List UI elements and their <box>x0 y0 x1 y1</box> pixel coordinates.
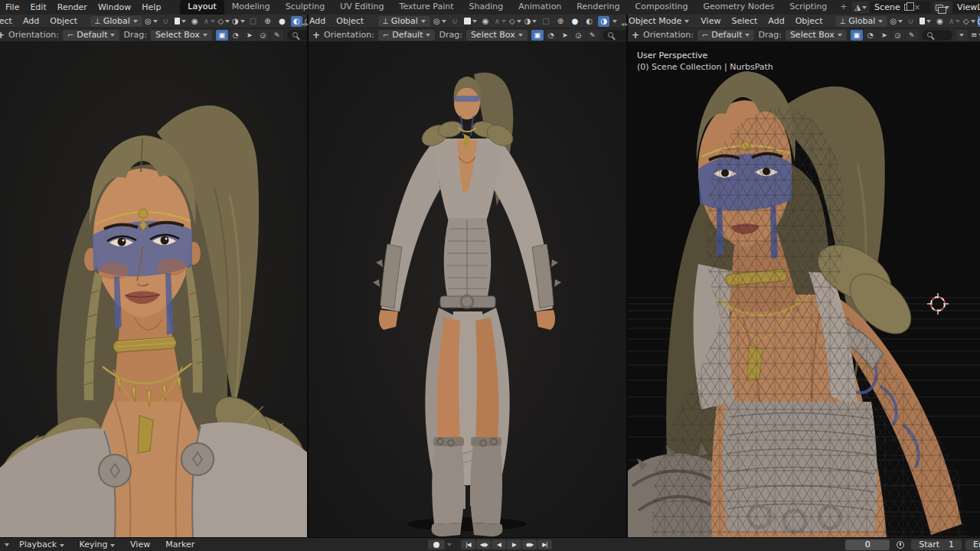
tool-cursor-icon[interactable]: ➤ <box>878 30 890 41</box>
tab-uv-editing[interactable]: UV Editing <box>332 0 391 15</box>
new-scene-icon[interactable] <box>904 4 910 11</box>
menu-window[interactable]: Window <box>93 0 136 15</box>
tool-cursor-icon[interactable]: ➤ <box>559 30 571 41</box>
next-keyframe-button[interactable]: ◆▶ <box>522 540 537 549</box>
tab-rendering[interactable]: Rendering <box>569 0 627 15</box>
overlays-dropdown[interactable]: ◑ <box>233 16 244 27</box>
snap-target-dropdown[interactable] <box>464 16 477 27</box>
snap-target-dropdown[interactable] <box>175 16 186 27</box>
menu-select[interactable]: Select <box>0 16 16 26</box>
tool-select-box-icon[interactable]: ▣ <box>216 30 228 41</box>
jump-to-start-button[interactable]: |◀ <box>461 540 475 549</box>
add-workspace-button[interactable]: + <box>835 0 852 15</box>
editor-type-chevron[interactable] <box>5 543 9 546</box>
tab-shading[interactable]: Shading <box>462 0 511 15</box>
shading-wireframe-button[interactable]: ⊕ <box>554 16 566 27</box>
shading-solid-button[interactable]: ● <box>569 16 580 27</box>
drag-dropdown[interactable]: Select Box <box>786 30 847 41</box>
frame-end-field[interactable]: End <box>965 540 980 550</box>
proportional-edit-toggle[interactable]: ◉ <box>480 16 492 27</box>
tool-rotate-view-icon[interactable]: ◶ <box>892 30 904 41</box>
tab-geometry-nodes[interactable]: Geometry Nodes <box>695 0 782 15</box>
auto-keying-record-button[interactable] <box>428 540 445 549</box>
menu-add[interactable]: Add <box>764 16 788 26</box>
proportional-falloff-dropdown[interactable]: ∧ <box>495 16 506 27</box>
shading-wireframe-button[interactable]: ⊕ <box>262 16 273 27</box>
menu-view-timeline[interactable]: View <box>125 537 155 551</box>
tab-animation[interactable]: Animation <box>511 0 569 15</box>
search-input[interactable] <box>922 30 952 41</box>
mode-dropdown[interactable]: Object Mode <box>628 16 694 27</box>
overlays-dropdown[interactable]: ◑ <box>524 16 537 27</box>
scene-name-field[interactable]: Scene × <box>871 2 930 13</box>
tool-tweak-icon[interactable]: ◔ <box>864 30 877 41</box>
proportional-edit-toggle[interactable]: ◉ <box>189 16 201 27</box>
gizmo-dropdown[interactable]: ◇ <box>509 16 521 27</box>
viewport-left-canvas[interactable] <box>0 42 307 537</box>
tab-layout[interactable]: Layout <box>180 0 224 15</box>
menu-object[interactable]: Object <box>792 16 827 26</box>
search-input[interactable] <box>603 30 626 41</box>
pivot-point-dropdown[interactable]: ◎ <box>890 16 902 27</box>
menu-view[interactable]: View <box>697 16 724 26</box>
xray-toggle[interactable]: □ <box>540 16 551 27</box>
tool-orientation-dropdown[interactable]: ⌐Default <box>63 30 120 41</box>
menu-marker[interactable]: Marker <box>160 537 200 551</box>
play-button[interactable]: ▶ <box>507 540 521 549</box>
frame-start-field[interactable]: Start 1 <box>911 540 962 550</box>
tool-orientation-dropdown[interactable]: ⌐Default <box>697 30 755 41</box>
menu-object[interactable]: Object <box>332 16 368 26</box>
area-splitter[interactable]: ◂▸ <box>307 15 309 537</box>
tool-annotate-icon[interactable]: ✎ <box>271 30 283 41</box>
shading-rendered-button[interactable]: ◑ <box>598 16 609 27</box>
transform-orientation-dropdown[interactable]: ⟂Global <box>378 16 430 27</box>
tab-scripting[interactable]: Scripting <box>782 0 835 15</box>
viewport-middle-canvas[interactable] <box>309 42 626 537</box>
keying-set-chevron[interactable] <box>447 543 452 546</box>
xray-toggle[interactable]: □ <box>247 16 259 27</box>
viewport-right-canvas[interactable]: User Perspective (0) Scene Collection | … <box>628 42 980 537</box>
proportional-falloff-dropdown[interactable]: ∧ <box>204 16 215 27</box>
tool-rotate-view-icon[interactable]: ◶ <box>257 30 270 41</box>
transform-orientation-dropdown[interactable]: ⟂Global <box>835 16 887 27</box>
tool-annotate-icon[interactable]: ✎ <box>586 30 599 41</box>
snap-toggle[interactable]: ∪ <box>160 16 172 27</box>
drag-dropdown[interactable]: Select Box <box>151 30 212 41</box>
jump-to-end-button[interactable]: ▶| <box>537 540 552 549</box>
drag-dropdown[interactable]: Select Box <box>466 30 528 41</box>
viewlayer-browse-button[interactable] <box>933 2 952 13</box>
shading-options-chevron[interactable] <box>612 20 617 23</box>
viewlayer-name-field[interactable]: ViewLayer × <box>953 2 980 13</box>
menu-render[interactable]: Render <box>52 0 93 15</box>
snap-toggle[interactable]: ∪ <box>905 16 916 27</box>
shading-material-button[interactable]: ◐ <box>583 16 595 27</box>
tab-compositing[interactable]: Compositing <box>628 0 696 15</box>
tool-tweak-icon[interactable]: ◔ <box>545 30 557 41</box>
snap-toggle[interactable]: ∪ <box>449 16 461 27</box>
pivot-point-dropdown[interactable]: ◎ <box>145 16 157 27</box>
tool-cursor-icon[interactable]: ➤ <box>243 30 256 41</box>
proportional-falloff-dropdown[interactable]: ∧ <box>949 16 960 27</box>
tool-annotate-icon[interactable]: ✎ <box>906 30 918 41</box>
proportional-edit-toggle[interactable]: ◉ <box>934 16 946 27</box>
search-input[interactable] <box>287 30 307 41</box>
pivot-point-dropdown[interactable]: ◎ <box>433 16 446 27</box>
menu-keying[interactable]: Keying <box>74 537 120 551</box>
menu-object[interactable]: Object <box>46 16 81 26</box>
tool-select-box-icon[interactable]: ▣ <box>531 30 544 41</box>
shading-solid-button[interactable]: ● <box>276 16 288 27</box>
tool-tweak-icon[interactable]: ◔ <box>230 30 242 41</box>
unlink-scene-icon[interactable]: × <box>914 3 920 11</box>
tab-modeling[interactable]: Modeling <box>224 0 278 15</box>
menu-edit[interactable]: Edit <box>24 0 51 15</box>
gizmo-dropdown[interactable]: ◇ <box>963 16 975 27</box>
tab-sculpting[interactable]: Sculpting <box>278 0 332 15</box>
use-preview-range-button[interactable] <box>893 540 907 550</box>
menu-file[interactable]: File <box>0 0 24 15</box>
menu-help[interactable]: Help <box>136 0 166 15</box>
scene-browse-button[interactable]: ◮ <box>852 2 869 13</box>
area-splitter[interactable]: ◂▸ <box>626 15 628 537</box>
prev-keyframe-button[interactable]: ◀◆ <box>476 540 491 549</box>
gizmo-dropdown[interactable]: ◇ <box>218 16 230 27</box>
play-reverse-button[interactable]: ◀ <box>492 540 506 549</box>
